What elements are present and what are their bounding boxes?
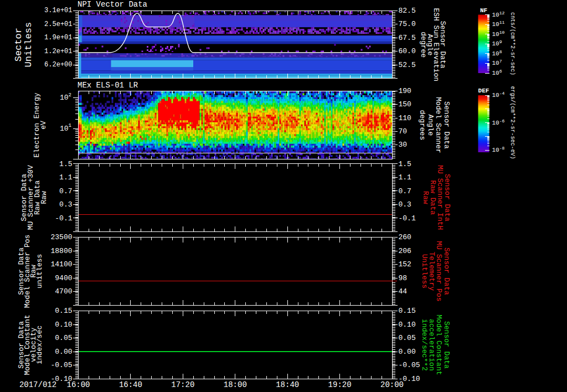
svg-text:1.5: 1.5 bbox=[59, 160, 72, 168]
svg-text:Angle: Angle bbox=[426, 114, 435, 136]
svg-text:-0.05: -0.05 bbox=[50, 361, 72, 369]
svg-text:9400: 9400 bbox=[55, 274, 72, 282]
svg-text:Raw: Raw bbox=[421, 191, 430, 204]
svg-text:1.2e+01: 1.2e+01 bbox=[44, 48, 72, 55]
svg-text:18:00: 18:00 bbox=[224, 380, 247, 389]
svg-text:-0.05: -0.05 bbox=[399, 361, 420, 369]
svg-text:NF: NF bbox=[480, 7, 487, 14]
svg-text:60.0: 60.0 bbox=[399, 47, 416, 55]
svg-text:1.1: 1.1 bbox=[59, 173, 73, 182]
svg-text:52.5: 52.5 bbox=[399, 61, 416, 69]
svg-text:2.5e+01: 2.5e+01 bbox=[44, 20, 72, 28]
svg-text:18800: 18800 bbox=[50, 247, 72, 255]
svg-text:150: 150 bbox=[399, 100, 411, 109]
svg-text:0.05: 0.05 bbox=[55, 334, 72, 342]
svg-text:70: 70 bbox=[399, 127, 408, 136]
svg-text:0.00: 0.00 bbox=[399, 348, 416, 356]
svg-text:0.3: 0.3 bbox=[59, 200, 72, 209]
svg-text:110: 110 bbox=[399, 114, 411, 122]
svg-text:-0.1: -0.1 bbox=[55, 214, 72, 223]
svg-text:index/sec**2: index/sec**2 bbox=[420, 319, 429, 371]
svg-text:67.5: 67.5 bbox=[399, 34, 416, 42]
svg-text:Model Scanner: Model Scanner bbox=[434, 97, 442, 153]
svg-text:degree: degree bbox=[419, 32, 427, 58]
svg-text:1.1: 1.1 bbox=[399, 173, 412, 182]
svg-text:-0.1: -0.1 bbox=[399, 214, 416, 223]
svg-text:14100: 14100 bbox=[50, 260, 72, 269]
svg-text:degrees: degrees bbox=[418, 110, 426, 141]
svg-text:NPI Vector Data: NPI Vector Data bbox=[78, 0, 147, 9]
svg-text:cnts/(cm**2-sr-sec): cnts/(cm**2-sr-sec) bbox=[509, 12, 516, 75]
svg-text:ergs/(cm**2-sr-sec-eV): ergs/(cm**2-sr-sec-eV) bbox=[509, 86, 516, 159]
svg-text:0.15: 0.15 bbox=[55, 307, 72, 315]
svg-text:0.10: 0.10 bbox=[55, 321, 72, 329]
svg-text:0.7: 0.7 bbox=[399, 187, 411, 195]
svg-text:17:20: 17:20 bbox=[171, 380, 194, 389]
svg-text:Sector: Sector bbox=[13, 28, 24, 61]
svg-text:98: 98 bbox=[399, 274, 408, 282]
svg-text:1.5: 1.5 bbox=[399, 160, 411, 168]
svg-text:206: 206 bbox=[399, 247, 411, 255]
svg-text:6.2e+00: 6.2e+00 bbox=[44, 61, 72, 69]
svg-text:20:00: 20:00 bbox=[380, 380, 404, 389]
svg-text:152: 152 bbox=[399, 260, 411, 269]
svg-text:4700: 4700 bbox=[55, 287, 72, 296]
svg-text:190: 190 bbox=[399, 87, 411, 95]
svg-text:0.15: 0.15 bbox=[399, 307, 416, 315]
svg-text:0.05: 0.05 bbox=[399, 334, 416, 342]
svg-text:Raw: Raw bbox=[40, 191, 48, 204]
svg-text:MEx ELS-01 LR: MEx ELS-01 LR bbox=[78, 81, 138, 90]
svg-text:18:40: 18:40 bbox=[276, 380, 299, 389]
svg-text:1.9e+01: 1.9e+01 bbox=[44, 34, 72, 42]
svg-text:Unitless: Unitless bbox=[420, 254, 429, 288]
svg-text:260: 260 bbox=[399, 233, 411, 241]
svg-text:unitless: unitless bbox=[35, 254, 44, 288]
svg-text:82.5: 82.5 bbox=[399, 7, 416, 15]
svg-text:2017/012: 2017/012 bbox=[19, 380, 56, 389]
svg-text:0.10: 0.10 bbox=[399, 321, 416, 329]
svg-text:3.1e+01: 3.1e+01 bbox=[44, 7, 72, 14]
svg-text:30: 30 bbox=[399, 141, 408, 149]
svg-text:0.7: 0.7 bbox=[59, 187, 72, 195]
svg-text:Unitless: Unitless bbox=[23, 22, 34, 68]
svg-text:0.3: 0.3 bbox=[399, 200, 411, 209]
svg-text:DEF: DEF bbox=[478, 87, 489, 94]
svg-text:16:40: 16:40 bbox=[119, 380, 142, 389]
svg-text:19:20: 19:20 bbox=[328, 380, 352, 389]
svg-text:44: 44 bbox=[399, 287, 408, 296]
svg-text:Sensor Data: Sensor Data bbox=[442, 101, 451, 149]
svg-text:16:00: 16:00 bbox=[66, 380, 90, 389]
svg-text:eV: eV bbox=[39, 121, 48, 130]
svg-text:75.0: 75.0 bbox=[399, 20, 416, 28]
svg-text:index/sec: index/sec bbox=[35, 326, 44, 364]
svg-text:0.00: 0.00 bbox=[55, 348, 72, 356]
svg-text:23500: 23500 bbox=[50, 233, 72, 241]
